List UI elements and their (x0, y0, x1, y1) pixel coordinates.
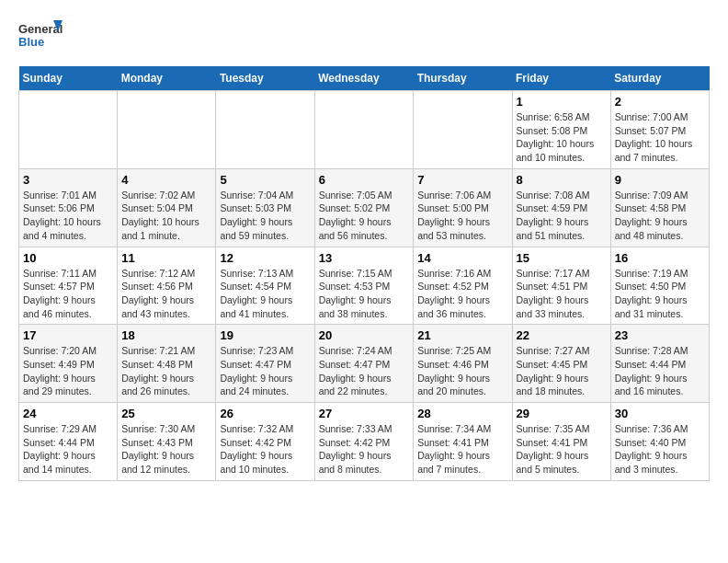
day-number: 21 (417, 328, 507, 342)
day-cell: 12Sunrise: 7:13 AMSunset: 4:54 PMDayligh… (216, 247, 314, 325)
day-info: Sunrise: 7:01 AMSunset: 5:06 PMDaylight:… (23, 189, 113, 243)
day-number: 27 (319, 407, 410, 420)
day-number: 28 (417, 407, 507, 420)
day-cell: 16Sunrise: 7:19 AMSunset: 4:50 PMDayligh… (610, 247, 709, 325)
day-info: Sunrise: 7:08 AMSunset: 4:59 PMDaylight:… (517, 189, 607, 243)
day-cell: 13Sunrise: 7:15 AMSunset: 4:53 PMDayligh… (314, 247, 414, 325)
svg-text:Blue: Blue (18, 35, 44, 49)
day-cell: 2Sunrise: 7:00 AMSunset: 5:07 PMDaylight… (610, 91, 709, 169)
day-number: 11 (121, 251, 211, 265)
day-info: Sunrise: 7:34 AMSunset: 4:41 PMDaylight:… (417, 422, 507, 477)
day-info: Sunrise: 7:15 AMSunset: 4:53 PMDaylight:… (319, 267, 410, 321)
day-info: Sunrise: 7:24 AMSunset: 4:47 PMDaylight:… (319, 344, 410, 398)
weekday-sunday: Sunday (19, 66, 118, 91)
day-cell: 9Sunrise: 7:09 AMSunset: 4:58 PMDaylight… (610, 168, 709, 247)
day-number: 10 (23, 251, 113, 265)
day-info: Sunrise: 7:20 AMSunset: 4:49 PMDaylight:… (23, 344, 113, 398)
day-number: 6 (319, 173, 410, 187)
week-row-4: 17Sunrise: 7:20 AMSunset: 4:49 PMDayligh… (19, 325, 710, 403)
day-cell: 17Sunrise: 7:20 AMSunset: 4:49 PMDayligh… (19, 325, 118, 403)
day-cell: 7Sunrise: 7:06 AMSunset: 5:00 PMDaylight… (414, 168, 512, 247)
day-number: 7 (417, 173, 507, 187)
day-info: Sunrise: 7:27 AMSunset: 4:45 PMDaylight:… (517, 344, 607, 398)
day-number: 20 (319, 328, 410, 342)
day-cell: 15Sunrise: 7:17 AMSunset: 4:51 PMDayligh… (512, 247, 610, 325)
day-number: 29 (517, 407, 607, 420)
day-cell: 22Sunrise: 7:27 AMSunset: 4:45 PMDayligh… (512, 325, 610, 403)
day-number: 2 (615, 95, 705, 109)
day-number: 3 (23, 173, 113, 187)
day-cell: 6Sunrise: 7:05 AMSunset: 5:02 PMDaylight… (314, 168, 414, 247)
day-cell: 3Sunrise: 7:01 AMSunset: 5:06 PMDaylight… (19, 168, 118, 247)
day-info: Sunrise: 7:06 AMSunset: 5:00 PMDaylight:… (417, 189, 507, 243)
day-info: Sunrise: 7:28 AMSunset: 4:44 PMDaylight:… (615, 344, 705, 398)
day-cell: 4Sunrise: 7:02 AMSunset: 5:04 PMDaylight… (118, 168, 216, 247)
day-cell: 1Sunrise: 6:58 AMSunset: 5:08 PMDaylight… (512, 91, 610, 169)
day-number: 1 (517, 95, 607, 109)
day-number: 17 (23, 328, 113, 342)
day-info: Sunrise: 7:23 AMSunset: 4:47 PMDaylight:… (220, 344, 310, 398)
weekday-saturday: Saturday (610, 66, 709, 91)
day-cell (118, 91, 216, 169)
day-number: 13 (319, 251, 410, 265)
day-info: Sunrise: 7:09 AMSunset: 4:58 PMDaylight:… (615, 189, 705, 243)
day-cell: 14Sunrise: 7:16 AMSunset: 4:52 PMDayligh… (414, 247, 512, 325)
day-cell: 30Sunrise: 7:36 AMSunset: 4:40 PMDayligh… (610, 403, 709, 481)
weekday-tuesday: Tuesday (216, 66, 314, 91)
day-cell: 28Sunrise: 7:34 AMSunset: 4:41 PMDayligh… (414, 403, 512, 481)
day-number: 9 (615, 173, 705, 187)
week-row-3: 10Sunrise: 7:11 AMSunset: 4:57 PMDayligh… (19, 247, 710, 325)
day-info: Sunrise: 7:00 AMSunset: 5:07 PMDaylight:… (615, 110, 705, 165)
day-number: 24 (23, 407, 113, 420)
day-cell: 24Sunrise: 7:29 AMSunset: 4:44 PMDayligh… (19, 403, 118, 481)
day-cell: 19Sunrise: 7:23 AMSunset: 4:47 PMDayligh… (216, 325, 314, 403)
day-cell (314, 91, 414, 169)
day-number: 25 (121, 407, 211, 420)
day-info: Sunrise: 7:35 AMSunset: 4:41 PMDaylight:… (517, 422, 607, 477)
day-cell: 25Sunrise: 7:30 AMSunset: 4:43 PMDayligh… (118, 403, 216, 481)
day-info: Sunrise: 7:16 AMSunset: 4:52 PMDaylight:… (417, 267, 507, 321)
weekday-monday: Monday (118, 66, 216, 91)
day-number: 14 (417, 251, 507, 265)
day-cell: 29Sunrise: 7:35 AMSunset: 4:41 PMDayligh… (512, 403, 610, 481)
weekday-header-row: SundayMondayTuesdayWednesdayThursdayFrid… (19, 66, 710, 91)
day-info: Sunrise: 7:19 AMSunset: 4:50 PMDaylight:… (615, 267, 705, 321)
day-cell: 8Sunrise: 7:08 AMSunset: 4:59 PMDaylight… (512, 168, 610, 247)
day-info: Sunrise: 7:30 AMSunset: 4:43 PMDaylight:… (121, 422, 211, 477)
day-info: Sunrise: 7:25 AMSunset: 4:46 PMDaylight:… (417, 344, 507, 398)
day-info: Sunrise: 7:13 AMSunset: 4:54 PMDaylight:… (220, 267, 310, 321)
day-cell: 20Sunrise: 7:24 AMSunset: 4:47 PMDayligh… (314, 325, 414, 403)
day-number: 15 (517, 251, 607, 265)
day-cell: 27Sunrise: 7:33 AMSunset: 4:42 PMDayligh… (314, 403, 414, 481)
day-info: Sunrise: 7:04 AMSunset: 5:03 PMDaylight:… (220, 189, 310, 243)
day-cell: 21Sunrise: 7:25 AMSunset: 4:46 PMDayligh… (414, 325, 512, 403)
day-number: 18 (121, 328, 211, 342)
day-number: 4 (121, 173, 211, 187)
calendar-body: 1Sunrise: 6:58 AMSunset: 5:08 PMDaylight… (19, 91, 710, 481)
day-info: Sunrise: 7:29 AMSunset: 4:44 PMDaylight:… (23, 422, 113, 477)
day-info: Sunrise: 7:05 AMSunset: 5:02 PMDaylight:… (319, 189, 410, 243)
day-number: 22 (517, 328, 607, 342)
day-info: Sunrise: 7:32 AMSunset: 4:42 PMDaylight:… (220, 422, 310, 477)
day-number: 8 (517, 173, 607, 187)
week-row-2: 3Sunrise: 7:01 AMSunset: 5:06 PMDaylight… (19, 168, 710, 247)
week-row-1: 1Sunrise: 6:58 AMSunset: 5:08 PMDaylight… (19, 91, 710, 169)
day-cell: 26Sunrise: 7:32 AMSunset: 4:42 PMDayligh… (216, 403, 314, 481)
day-info: Sunrise: 7:33 AMSunset: 4:42 PMDaylight:… (319, 422, 410, 477)
day-info: Sunrise: 7:36 AMSunset: 4:40 PMDaylight:… (615, 422, 705, 477)
day-info: Sunrise: 6:58 AMSunset: 5:08 PMDaylight:… (517, 110, 607, 165)
weekday-wednesday: Wednesday (314, 66, 414, 91)
day-number: 30 (615, 407, 705, 420)
day-cell: 5Sunrise: 7:04 AMSunset: 5:03 PMDaylight… (216, 168, 314, 247)
day-cell (19, 91, 118, 169)
day-info: Sunrise: 7:11 AMSunset: 4:57 PMDaylight:… (23, 267, 113, 321)
day-info: Sunrise: 7:12 AMSunset: 4:56 PMDaylight:… (121, 267, 211, 321)
day-cell: 11Sunrise: 7:12 AMSunset: 4:56 PMDayligh… (118, 247, 216, 325)
day-number: 23 (615, 328, 705, 342)
weekday-friday: Friday (512, 66, 610, 91)
day-number: 19 (220, 328, 310, 342)
calendar-table: SundayMondayTuesdayWednesdayThursdayFrid… (18, 66, 710, 481)
day-number: 16 (615, 251, 705, 265)
day-info: Sunrise: 7:21 AMSunset: 4:48 PMDaylight:… (121, 344, 211, 398)
day-info: Sunrise: 7:17 AMSunset: 4:51 PMDaylight:… (517, 267, 607, 321)
